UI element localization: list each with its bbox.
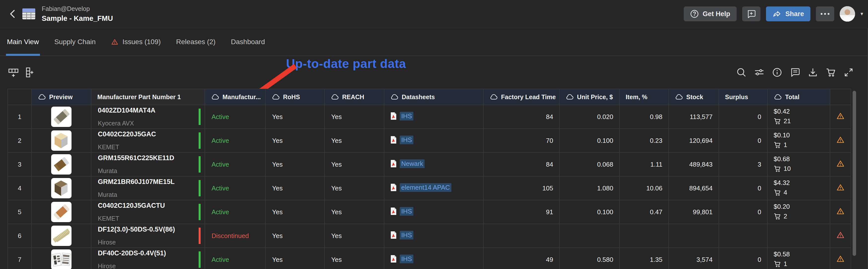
warning-icon[interactable] (836, 136, 845, 144)
unit-price-cell: 0.100 (559, 200, 619, 224)
datasheet-link[interactable]: Newark (400, 160, 425, 168)
stock-value: 489,843 (689, 161, 713, 168)
datasheet-link[interactable]: IHS (400, 207, 413, 216)
share-button[interactable]: Share (766, 6, 810, 21)
column-header-datasheets[interactable]: Datasheets (384, 89, 484, 105)
column-header-label: RoHS (283, 94, 300, 101)
datasheet-link[interactable]: IHS (400, 136, 413, 144)
unit-price: 0.580 (597, 256, 613, 263)
column-header-lead-time[interactable]: Factory Lead Time (484, 89, 559, 105)
column-header-surplus[interactable]: Surplus (719, 89, 768, 105)
pdf-icon (390, 231, 397, 239)
column-header-stock[interactable]: Stock (669, 89, 719, 105)
surplus-value: 0 (758, 113, 761, 121)
table-toolbar (0, 56, 868, 89)
factory-lead-time: 84 (546, 113, 553, 121)
item-percent: 10.06 (646, 184, 662, 192)
expand-icon[interactable] (842, 66, 855, 79)
total-cell: $0.581 (768, 248, 830, 269)
column-header-rohs[interactable]: RoHS (266, 89, 324, 105)
column-header-item-pct[interactable]: Item, % (619, 89, 669, 105)
account-menu-caret[interactable]: ▼ (860, 11, 864, 16)
column-header-total[interactable]: Total (768, 89, 830, 105)
warning-icon[interactable] (836, 160, 845, 168)
tab-main-view[interactable]: Main View (7, 28, 39, 56)
item-pct-cell (619, 224, 669, 248)
part-preview-image[interactable] (51, 226, 71, 246)
lead-time-cell: 105 (484, 176, 559, 200)
cart-icon[interactable] (824, 66, 837, 79)
tab-label: Dashboard (231, 38, 265, 46)
cloud-sync-icon (675, 94, 683, 100)
datasheet-link[interactable]: element14 APAC (400, 183, 452, 192)
stock-cell: 120,694 (669, 129, 719, 153)
vertical-scrollbar-thumb[interactable] (852, 91, 856, 256)
page-title: Sample - Kame_FMU (42, 14, 113, 23)
preview-cell[interactable] (32, 200, 91, 224)
datasheet-link[interactable]: IHS (400, 231, 413, 239)
row-number: 3 (18, 161, 21, 168)
warning-icon[interactable] (836, 183, 845, 192)
surplus-cell: 0 (719, 200, 768, 224)
part-preview-image[interactable] (51, 107, 71, 127)
preview-cell[interactable] (32, 105, 91, 129)
column-header-unit-price[interactable]: Unit Price, $ (559, 89, 619, 105)
lifecycle-status: Discontinued (212, 232, 249, 239)
info-icon[interactable] (771, 66, 783, 79)
preview-cell[interactable] (32, 248, 91, 269)
tab-issues[interactable]: Issues (109) (111, 28, 161, 56)
tab-label: Main View (7, 38, 39, 46)
mpn-cell: C0402C120J5GACTUKEMET (91, 200, 205, 224)
download-icon[interactable] (806, 66, 819, 79)
get-help-button[interactable]: Get Help (684, 6, 737, 21)
warnings-cell (830, 248, 851, 269)
total-cell: $0.6810 (768, 153, 830, 176)
column-header-row-number (8, 89, 32, 105)
surplus-value: 3 (758, 161, 761, 168)
tab-releases[interactable]: Releases (2) (176, 28, 216, 56)
column-header-mpn[interactable]: Manufacturer Part Number 1 (91, 89, 205, 105)
preview-cell[interactable] (32, 153, 91, 176)
column-header-lifecycle[interactable]: Manufactur... (205, 89, 266, 105)
surplus-cell: 0 (719, 129, 768, 153)
row-number: 2 (18, 137, 21, 144)
help-icon (690, 10, 699, 18)
column-header-preview[interactable]: Preview (32, 89, 91, 105)
back-button[interactable] (7, 6, 18, 21)
tab-dashboard[interactable]: Dashboard (231, 28, 265, 56)
part-preview-image[interactable] (51, 178, 71, 198)
warning-icon[interactable] (836, 207, 845, 215)
part-number: DF40C-20DS-0.4V(51) (98, 250, 195, 257)
preview-cell[interactable] (32, 129, 91, 153)
part-preview-image[interactable] (51, 154, 71, 174)
datasheet-link[interactable]: IHS (400, 112, 413, 121)
datasheets-cell: Newark (384, 153, 484, 176)
top-bar: Fabian@Develop Sample - Kame_FMU Get Hel… (0, 0, 868, 28)
part-preview-image[interactable] (51, 130, 71, 151)
add-column-icon[interactable] (22, 66, 35, 79)
mpn-cell: C0402C220J5GACKEMET (91, 129, 205, 153)
reach-cell: Yes (324, 200, 384, 224)
tab-supply-chain[interactable]: Supply Chain (54, 28, 96, 56)
warning-icon[interactable] (836, 255, 845, 263)
comment-plus-icon (747, 9, 756, 18)
search-icon[interactable] (735, 66, 748, 79)
column-header-reach[interactable]: REACH (324, 89, 384, 105)
part-preview-image[interactable] (51, 202, 71, 222)
warning-icon[interactable] (836, 112, 845, 120)
total-price: $0.58 (774, 250, 828, 258)
part-preview-image[interactable] (51, 249, 71, 269)
user-avatar[interactable] (840, 6, 855, 22)
preview-cell[interactable] (32, 176, 91, 200)
comments-icon[interactable] (788, 66, 802, 79)
warning-icon[interactable] (836, 231, 845, 239)
datasheets-cell: IHS (384, 105, 484, 129)
datasheet-link[interactable]: IHS (400, 255, 413, 263)
more-options-button[interactable] (816, 6, 834, 21)
filter-sliders-icon[interactable] (753, 66, 766, 79)
total-cell: $4.324 (768, 176, 830, 200)
preview-cell[interactable] (32, 224, 91, 248)
column-header-label: Stock (686, 94, 703, 101)
feedback-button[interactable] (742, 6, 761, 21)
add-row-icon[interactable] (7, 66, 20, 79)
